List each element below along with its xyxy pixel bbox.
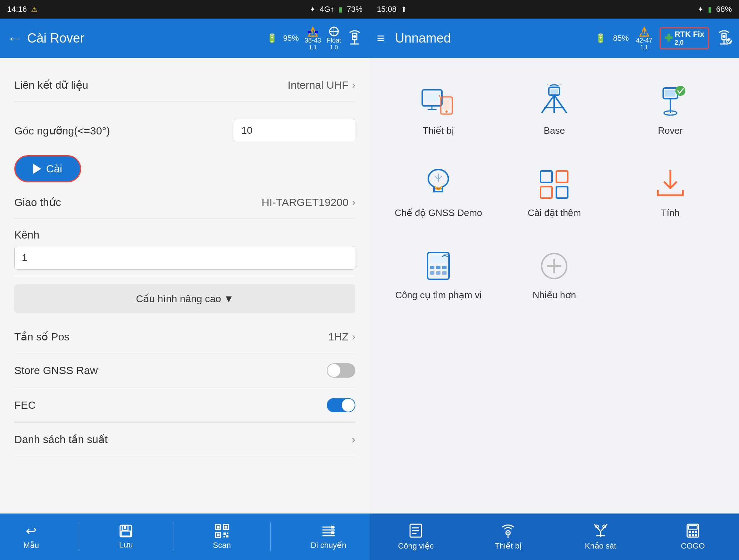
rtk-fix-sub: 2,0	[675, 39, 704, 47]
svg-point-86	[507, 532, 509, 534]
svg-point-20	[723, 35, 725, 38]
thiet-bi-label: Thiết bị	[423, 125, 454, 136]
pos-freq-row[interactable]: Tần số Pos 1HZ ›	[14, 320, 355, 353]
svg-rect-3	[315, 31, 318, 33]
svg-rect-64	[124, 526, 126, 529]
svg-rect-66	[217, 526, 220, 529]
svg-rect-30	[551, 89, 558, 94]
scan-label: Scan	[213, 541, 231, 550]
svg-rect-68	[225, 526, 227, 529]
bluetooth-icon-left: ✦	[310, 5, 316, 14]
chevron-right-freq: ›	[351, 433, 355, 446]
menu-item-tinh[interactable]: Tính	[616, 151, 725, 230]
status-bar-right: 15:08 ⬆ ✦ ▮ 68%	[370, 0, 739, 19]
protocol-row[interactable]: Giao thức HI-TARGET19200 ›	[14, 186, 355, 219]
khao-sat-label: Khảo sát	[585, 541, 616, 551]
fec-label: FEC	[14, 399, 36, 411]
battery-val-header-right: 85%	[613, 34, 629, 43]
channel-label: Kênh	[14, 229, 39, 241]
upload-icon: ⬆	[401, 5, 407, 14]
header-right: ≡ Unnamed 🔋 85% 42-47 1,1 ✚ RTK Fix 2,0	[370, 19, 739, 58]
menu-item-base[interactable]: Base	[500, 69, 609, 147]
antenna-icon-right	[716, 30, 732, 46]
fec-toggle[interactable]	[327, 398, 355, 412]
chevron-right-icon: ›	[352, 79, 355, 91]
menu-item-cong-cu[interactable]: Công cụ tìm phạm vi	[384, 233, 493, 312]
base-icon	[533, 84, 576, 119]
khao-sat-button[interactable]: Khảo sát	[565, 523, 636, 551]
angle-input[interactable]	[234, 119, 355, 142]
svg-rect-51	[430, 255, 447, 263]
battery-icon-header-right: 🔋	[595, 33, 606, 43]
cong-viec-label: Công việc	[398, 541, 434, 551]
rtk-fix-badge: ✚ RTK Fix 2,0	[660, 27, 709, 49]
cai-button-wrap: Cài	[14, 155, 81, 182]
tinh-label: Tính	[661, 207, 680, 218]
menu-item-cai-dat-them[interactable]: Cài đặt thêm	[500, 151, 609, 230]
svg-rect-47	[541, 187, 552, 198]
mau-icon: ↩	[26, 524, 36, 539]
play-icon	[33, 164, 41, 174]
mau-button[interactable]: ↩ Mẫu	[16, 520, 46, 554]
rover-label: Rover	[658, 125, 683, 136]
advanced-config-label: Cấu hình nâng cao ▼	[136, 293, 234, 305]
freq-list-row[interactable]: Danh sách tần suất ›	[14, 423, 355, 456]
svg-rect-55	[430, 271, 434, 275]
freq-list-label: Danh sách tần suất	[14, 433, 108, 446]
pos-freq-value: 1HZ ›	[328, 331, 355, 343]
right-panel: Thiết bị Base	[370, 58, 739, 514]
angle-row: Góc ngưỡng(<=30°)	[14, 112, 355, 149]
svg-point-11	[353, 35, 356, 38]
channel-input[interactable]	[14, 246, 355, 270]
protocol-label: Giao thức	[14, 196, 61, 208]
svg-rect-53	[436, 266, 440, 269]
rover-icon	[649, 84, 692, 119]
svg-rect-97	[692, 531, 694, 533]
cai-dat-them-label: Cài đặt thêm	[528, 207, 581, 218]
cai-label: Cài	[46, 163, 62, 175]
scan-button[interactable]: Scan	[206, 520, 238, 554]
warning-icon: ⚠	[31, 5, 38, 14]
menu-item-rover[interactable]: Rover	[616, 69, 725, 147]
cong-cu-icon	[417, 248, 460, 284]
svg-line-43	[435, 176, 438, 179]
svg-rect-72	[227, 532, 228, 534]
fec-row: FEC	[14, 388, 355, 423]
bottom-bars: ↩ Mẫu Lưu	[0, 514, 739, 560]
cogo-button[interactable]: COGO	[657, 523, 729, 551]
thiet-bi-bottom-button[interactable]: Thiết bị	[472, 523, 544, 551]
cai-button[interactable]: Cài	[14, 155, 81, 182]
divider-3	[270, 522, 271, 551]
bluetooth-icon-right: ✦	[698, 5, 704, 14]
cong-viec-button[interactable]: Công việc	[380, 523, 452, 551]
svg-rect-23	[425, 92, 439, 102]
svg-rect-71	[223, 532, 226, 535]
svg-rect-54	[442, 266, 447, 269]
gnss-raw-toggle[interactable]	[327, 363, 355, 378]
pos-freq-label: Tần số Pos	[14, 330, 69, 343]
menu-icon[interactable]: ≡	[377, 31, 384, 46]
float-badge: Float 1,0	[327, 26, 341, 51]
svg-point-28	[445, 110, 448, 113]
svg-rect-57	[442, 271, 447, 275]
menu-item-thiet-bi[interactable]: Thiết bị	[384, 69, 493, 147]
menu-item-nhieu-hon[interactable]: Nhiều hơn	[500, 233, 609, 312]
divider-2	[173, 522, 173, 551]
svg-point-91	[603, 525, 606, 528]
di-chuyen-button[interactable]: Di chuyển	[304, 520, 354, 554]
left-panel: Liên kết dữ liệu Internal UHF › Góc ngưỡ…	[0, 58, 370, 514]
svg-line-33	[554, 95, 567, 113]
status-bars: 14:16 ⚠ ✦ 4G↑ ▮ 73% 15:08 ⬆ ✦ ▮ 68%	[0, 0, 739, 19]
signal-badge-right: 42-47 1,1	[636, 26, 652, 51]
gnss-raw-label: Store GNSS Raw	[14, 364, 98, 377]
advanced-config-button[interactable]: Cấu hình nâng cao ▼	[14, 284, 355, 313]
cai-dat-them-icon	[533, 166, 576, 202]
data-link-row[interactable]: Liên kết dữ liệu Internal UHF ›	[14, 69, 355, 102]
svg-rect-101	[695, 534, 697, 536]
luu-button[interactable]: Lưu	[112, 520, 140, 553]
menu-item-gnss-demo[interactable]: Chế độ GNSS Demo	[384, 151, 493, 230]
svg-rect-95	[689, 526, 697, 529]
svg-rect-45	[541, 171, 552, 182]
back-button[interactable]: ←	[7, 30, 21, 46]
rtk-fix-label: RTK Fix	[675, 30, 704, 39]
